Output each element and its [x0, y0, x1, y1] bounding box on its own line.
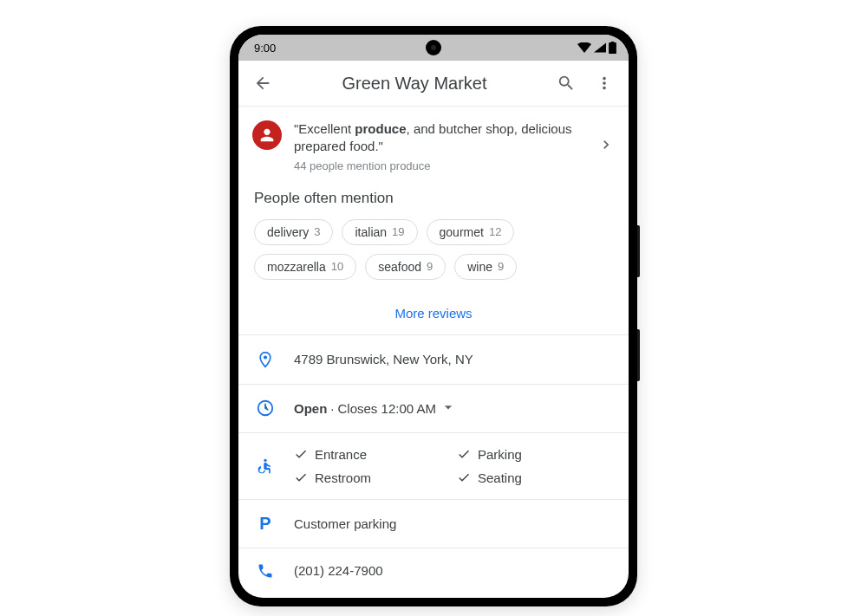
check-icon	[457, 470, 471, 484]
mentions-title: People often mention	[254, 190, 613, 207]
chip-label: wine	[467, 260, 492, 274]
access-entrance: Entrance	[294, 447, 448, 462]
phone-text: (201) 224-7900	[294, 563, 611, 578]
chip-count: 19	[392, 225, 404, 238]
phone-row[interactable]: (201) 224-7900	[238, 548, 629, 593]
screen: 9:00 Green Way Market	[238, 35, 629, 598]
address-text: 4789 Brunswick, New York, NY	[294, 352, 611, 366]
chip-delivery[interactable]: delivery3	[254, 219, 333, 245]
chip-count: 10	[331, 260, 343, 273]
camera-notch	[426, 40, 441, 55]
chip-label: mozzarella	[267, 260, 326, 274]
hours-text: Open · Closes 12:00 AM	[294, 399, 611, 418]
clock-icon	[256, 399, 275, 418]
wifi-icon	[577, 42, 591, 53]
mentions-section: People often mention delivery3 italian19…	[238, 181, 629, 280]
chip-count: 12	[489, 225, 501, 238]
access-seating: Seating	[457, 470, 611, 485]
search-icon	[557, 74, 576, 93]
location-pin-icon	[256, 349, 275, 370]
chip-mozzarella[interactable]: mozzarella10	[254, 254, 356, 280]
access-parking: Parking	[457, 447, 611, 462]
accessibility-row[interactable]: Entrance Parking Restroom Seating	[238, 433, 629, 500]
open-status: Open	[294, 401, 327, 416]
check-icon	[294, 447, 308, 461]
check-icon	[294, 470, 308, 484]
accessibility-grid: Entrance Parking Restroom Seating	[294, 447, 611, 485]
parking-text: Customer parking	[294, 516, 611, 531]
avatar	[252, 120, 282, 150]
more-reviews-button[interactable]: More reviews	[238, 292, 629, 335]
volume-down	[637, 329, 640, 381]
chip-seafood[interactable]: seafood9	[365, 254, 446, 280]
status-icons	[577, 42, 616, 54]
phone-icon	[256, 562, 275, 580]
chip-wine[interactable]: wine9	[454, 254, 517, 280]
page-title: Green Way Market	[290, 74, 538, 94]
battery-icon	[609, 42, 616, 54]
chip-row: delivery3 italian19 gourmet12 mozzarella…	[254, 219, 613, 280]
person-icon	[257, 126, 277, 145]
chip-label: gourmet	[440, 225, 484, 239]
review-body: "Excellent produce, and butcher shop, de…	[294, 120, 585, 172]
parking-row[interactable]: P Customer parking	[238, 500, 629, 548]
search-button[interactable]	[556, 73, 577, 94]
quote-bold: produce	[355, 121, 406, 136]
review-footnote: 44 people mention produce	[294, 159, 585, 172]
volume-up	[637, 225, 640, 277]
chevron-down-icon	[440, 399, 457, 418]
accessibility-icon	[256, 457, 275, 476]
more-button[interactable]	[594, 73, 615, 94]
closes-text: Closes 12:00 AM	[338, 401, 436, 416]
hours-row[interactable]: Open · Closes 12:00 AM	[238, 385, 629, 433]
content: "Excellent produce, and butcher shop, de…	[238, 107, 629, 598]
chip-label: seafood	[378, 260, 421, 274]
parking-icon: P	[256, 514, 275, 534]
review-quote: "Excellent produce, and butcher shop, de…	[294, 120, 585, 156]
chip-count: 9	[427, 260, 433, 273]
arrow-back-icon	[253, 74, 272, 93]
chip-gourmet[interactable]: gourmet12	[427, 219, 515, 245]
address-row[interactable]: 4789 Brunswick, New York, NY	[238, 335, 629, 385]
chip-count: 3	[314, 225, 320, 238]
app-bar: Green Way Market	[238, 61, 629, 107]
more-vert-icon	[595, 74, 614, 93]
svg-point-0	[264, 355, 267, 359]
access-restroom: Restroom	[294, 470, 448, 485]
cell-signal-icon	[594, 42, 606, 53]
svg-point-2	[264, 458, 266, 461]
chip-label: delivery	[267, 225, 309, 239]
check-icon	[457, 447, 471, 461]
back-button[interactable]	[252, 73, 273, 94]
phone-frame: 9:00 Green Way Market	[230, 26, 637, 606]
review-snippet[interactable]: "Excellent produce, and butcher shop, de…	[238, 107, 629, 181]
status-time: 9:00	[254, 42, 276, 55]
chip-count: 9	[498, 260, 504, 273]
chevron-right-icon	[597, 136, 615, 157]
quote-pre: "Excellent	[294, 121, 355, 136]
hours-sep: ·	[330, 401, 334, 416]
chip-italian[interactable]: italian19	[342, 219, 417, 245]
chip-label: italian	[355, 225, 387, 239]
